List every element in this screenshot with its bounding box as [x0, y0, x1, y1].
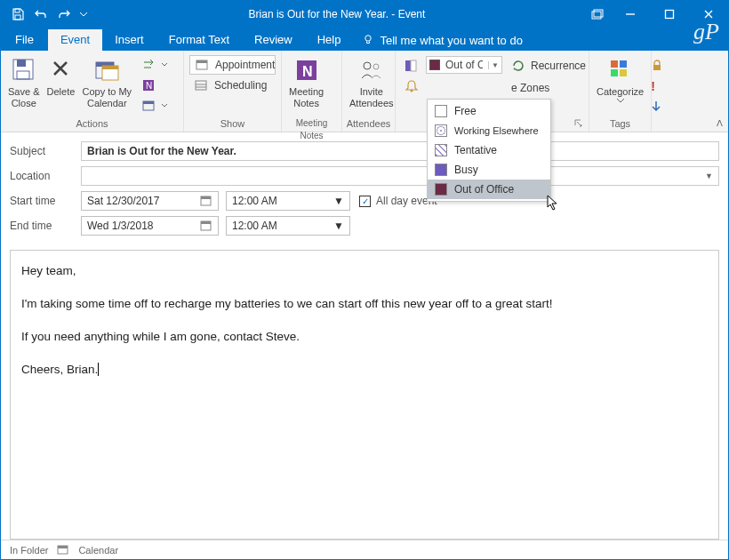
- group-show: Appointment Scheduling Show: [184, 51, 282, 132]
- body-line: Hey team,: [21, 263, 708, 280]
- recurrence-icon: [511, 59, 525, 73]
- tab-file[interactable]: File: [1, 29, 48, 51]
- status-bar: In Folder Calendar: [1, 540, 728, 559]
- exclaim-icon: !: [651, 79, 655, 93]
- subject-input[interactable]: Brian is Out for the New Year.: [81, 141, 719, 161]
- show-as-tentative[interactable]: Tentative: [428, 140, 550, 160]
- undo-icon[interactable]: [31, 4, 51, 24]
- svg-rect-28: [411, 60, 416, 71]
- show-as-out-of-office[interactable]: Out of Office: [428, 180, 550, 199]
- popout-icon[interactable]: [584, 1, 611, 28]
- group-meeting-notes: N Meeting Notes Meeting Notes: [282, 51, 342, 132]
- qat-dropdown-icon[interactable]: [77, 4, 90, 24]
- low-importance-button[interactable]: [649, 97, 665, 116]
- save-icon[interactable]: [8, 4, 28, 24]
- appointment-icon: [196, 58, 210, 72]
- svg-rect-17: [143, 101, 154, 104]
- calendar-small-icon: [57, 545, 69, 556]
- titlebar: Brian is Out for the New Year. - Event: [1, 1, 728, 28]
- group-tags-label: Tags: [593, 117, 647, 132]
- show-as-free[interactable]: Free: [428, 101, 550, 121]
- high-importance-button[interactable]: !: [649, 76, 665, 96]
- minimize-icon[interactable]: [611, 1, 650, 28]
- tab-review[interactable]: Review: [242, 29, 305, 51]
- tab-format-text[interactable]: Format Text: [156, 29, 242, 51]
- show-as-busy[interactable]: Busy: [428, 160, 550, 180]
- start-time-label: Start time: [10, 195, 81, 207]
- event-form: Subject Brian is Out for the New Year. L…: [1, 132, 728, 246]
- options-dialog-launcher-icon[interactable]: [574, 119, 585, 130]
- in-folder-label: In Folder: [10, 545, 48, 556]
- show-as-working-elsewhere[interactable]: Working Elsewhere: [428, 121, 550, 140]
- tab-event[interactable]: Event: [48, 29, 102, 51]
- group-attendees: Invite Attendees Attendees: [342, 51, 396, 132]
- quick-access-toolbar: [1, 4, 90, 24]
- calendar-small-icon: [142, 100, 156, 112]
- gp-logo: gP: [693, 19, 719, 45]
- group-show-label: Show: [188, 117, 277, 132]
- subject-label: Subject: [10, 145, 81, 157]
- svg-rect-33: [620, 69, 627, 76]
- svg-point-29: [411, 90, 413, 92]
- show-as-dropdown[interactable]: Out of O... ▼: [426, 56, 502, 74]
- svg-rect-5: [666, 11, 674, 19]
- svg-rect-19: [196, 60, 207, 63]
- all-day-checkbox[interactable]: ✓: [359, 196, 371, 207]
- appointment-button[interactable]: Appointment: [189, 55, 276, 75]
- onenote-icon: N: [292, 56, 321, 84]
- event-body-editor[interactable]: Hey team, I'm taking some time off to re…: [10, 250, 719, 540]
- start-time-input[interactable]: 12:00 AM▼: [226, 191, 350, 211]
- onenote-small-icon: N: [142, 78, 156, 92]
- meeting-notes-button[interactable]: N Meeting Notes: [285, 52, 327, 108]
- group-tags: Categorize ! Tags: [589, 51, 652, 132]
- group-attendees-label: Attendees: [346, 117, 391, 132]
- end-date-input[interactable]: Wed 1/3/2018: [81, 216, 219, 236]
- svg-rect-27: [405, 60, 411, 71]
- show-as-icon-button[interactable]: [399, 56, 426, 76]
- start-date-input[interactable]: Sat 12/30/2017: [81, 191, 219, 211]
- maximize-icon[interactable]: [650, 1, 689, 28]
- ribbon-collapse-icon[interactable]: ᐱ: [717, 118, 723, 128]
- save-close-button[interactable]: Save & Close: [4, 52, 43, 108]
- end-time-input[interactable]: 12:00 AM▼: [226, 216, 350, 236]
- svg-rect-1: [15, 15, 20, 20]
- svg-rect-8: [17, 60, 26, 67]
- show-as-menu: Free Working Elsewhere Tentative Busy Ou…: [427, 99, 551, 202]
- folder-name: Calendar: [78, 545, 118, 556]
- group-actions: Save & Close Delete Copy to My Calendar …: [1, 51, 184, 132]
- lock-icon: [651, 60, 663, 72]
- svg-rect-0: [15, 9, 20, 12]
- chevron-down-icon: ▼: [705, 172, 713, 180]
- private-button[interactable]: [649, 56, 665, 76]
- svg-text:N: N: [302, 64, 313, 79]
- scheduling-button[interactable]: Scheduling: [189, 76, 276, 95]
- group-actions-label: Actions: [4, 117, 180, 132]
- actions-more-button[interactable]: [137, 96, 172, 116]
- show-as-icon: [405, 59, 421, 73]
- delete-icon: [46, 56, 75, 84]
- copy-to-calendar-button[interactable]: Copy to My Calendar: [78, 52, 135, 108]
- svg-text:N: N: [146, 81, 152, 91]
- tab-insert[interactable]: Insert: [102, 29, 156, 51]
- categorize-button[interactable]: Categorize: [593, 52, 647, 103]
- categorize-icon: [606, 56, 635, 84]
- invite-attendees-button[interactable]: Invite Attendees: [346, 52, 397, 108]
- svg-rect-36: [201, 196, 211, 199]
- location-input[interactable]: ▼: [81, 166, 719, 186]
- delete-button[interactable]: Delete: [43, 52, 78, 98]
- tab-help[interactable]: Help: [305, 29, 354, 51]
- svg-rect-31: [620, 60, 627, 68]
- location-label: Location: [10, 170, 81, 182]
- onenote-small-button[interactable]: N: [137, 76, 172, 95]
- reminder-icon-button[interactable]: [399, 76, 426, 96]
- forward-button[interactable]: [137, 55, 172, 75]
- forward-icon: [142, 59, 156, 71]
- svg-rect-34: [653, 65, 661, 70]
- recurrence-button[interactable]: Recurrence: [506, 56, 591, 76]
- svg-rect-30: [611, 60, 618, 68]
- svg-rect-13: [102, 66, 118, 69]
- tell-me-search[interactable]: Tell me what you want to do: [353, 29, 531, 51]
- mouse-cursor-icon: [547, 195, 561, 212]
- redo-icon[interactable]: [54, 4, 74, 24]
- time-zones-button[interactable]: e Zones: [506, 78, 591, 98]
